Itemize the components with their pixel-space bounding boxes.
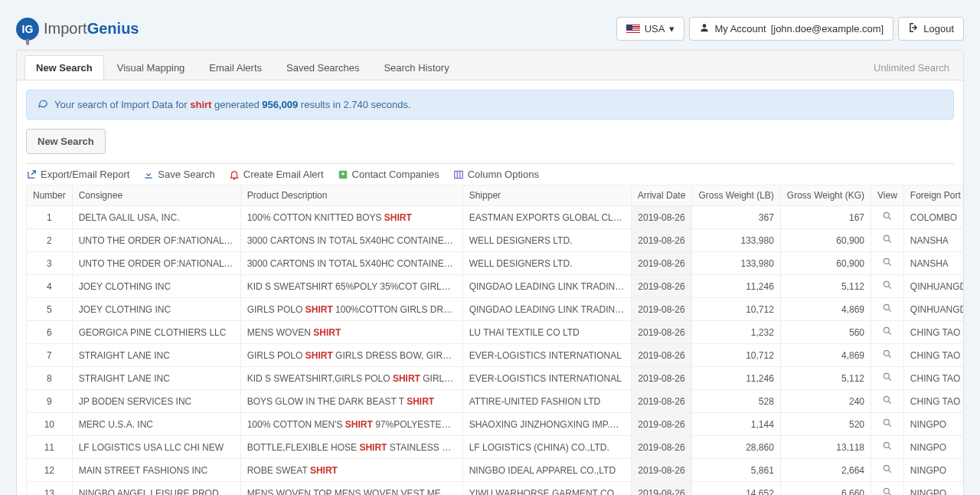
cell-arrival: 2019-08-26 xyxy=(631,229,692,252)
cell-port: CHING TAO xyxy=(903,344,964,367)
col-arrival[interactable]: Arrival Date xyxy=(631,185,692,206)
cell-gw-lb: 367 xyxy=(692,206,780,229)
chat-icon xyxy=(38,98,48,111)
cell-view[interactable] xyxy=(871,413,904,436)
cell-gw-lb: 528 xyxy=(692,390,780,413)
col-port[interactable]: Foreign Port xyxy=(903,185,964,206)
table-row[interactable]: 8STRAIGHT LANE INCKID S SWEATSHIRT,GIRLS… xyxy=(27,367,965,390)
cell-view[interactable] xyxy=(871,206,904,229)
magnifier-icon[interactable] xyxy=(882,211,893,224)
col-view[interactable]: View xyxy=(871,185,904,206)
col-product[interactable]: Product Description xyxy=(240,185,462,206)
export-email-report[interactable]: Export/Email Report xyxy=(26,169,129,180)
chevron-down-icon: ▾ xyxy=(669,23,675,34)
logout-button[interactable]: Logout xyxy=(898,17,964,41)
magnifier-icon[interactable] xyxy=(882,234,893,247)
cell-number: 1 xyxy=(27,206,73,229)
table-row[interactable]: 7STRAIGHT LANE INCGIRLS POLO SHIRT GIRLS… xyxy=(27,344,965,367)
create-email-alert[interactable]: Create Email Alert xyxy=(229,169,324,180)
table-row[interactable]: 13NINGBO ANGEL LEISURE PRODUCTS CO.,LMEN… xyxy=(27,482,965,496)
cell-arrival: 2019-08-26 xyxy=(631,344,692,367)
country-dropdown[interactable]: USA ▾ xyxy=(616,17,685,41)
svg-point-7 xyxy=(884,304,889,310)
table-row[interactable]: 4JOEY CLOTHING INCKID S SWEATSHIRT 65%PO… xyxy=(27,275,965,298)
svg-point-12 xyxy=(884,419,889,425)
cell-view[interactable] xyxy=(871,275,904,298)
save-search[interactable]: Save Search xyxy=(143,169,214,180)
magnifier-icon[interactable] xyxy=(882,487,893,495)
cell-shipper: WELL DESIGNERS LTD. xyxy=(462,252,631,275)
cell-view[interactable] xyxy=(871,436,904,459)
topbar: IG ImportGenius USA ▾ My Account [john.d… xyxy=(16,8,964,50)
my-account-button[interactable]: My Account [john.doe@example.com] xyxy=(689,17,893,41)
table-row[interactable]: 11LF LOGISTICS USA LLC CHI NEWBOTTLE,FLE… xyxy=(27,436,965,459)
cell-view[interactable] xyxy=(871,390,904,413)
cell-arrival: 2019-08-26 xyxy=(631,298,692,321)
cell-view[interactable] xyxy=(871,252,904,275)
tab-search-history[interactable]: Search History xyxy=(372,55,460,80)
magnifier-icon[interactable] xyxy=(882,303,893,316)
table-row[interactable]: 2UNTO THE ORDER OF:NATIONAL CREDIT3000 C… xyxy=(27,229,965,252)
column-options[interactable]: Column Options xyxy=(453,169,539,180)
cell-view[interactable] xyxy=(871,321,904,344)
cell-number: 3 xyxy=(27,252,73,275)
table-row[interactable]: 12MAIN STREET FASHIONS INCROBE SWEAT SHI… xyxy=(27,459,965,482)
tab-email-alerts[interactable]: Email Alerts xyxy=(198,55,273,80)
cell-view[interactable] xyxy=(871,482,904,496)
cell-port: NINGPO xyxy=(903,436,964,459)
cell-gw-kg: 13,118 xyxy=(780,436,871,459)
tab-visual-mapping[interactable]: Visual Mapping xyxy=(106,55,197,80)
cell-gw-kg: 6,660 xyxy=(780,482,871,496)
cell-product: KID S SWEATSHIRT 65%POLY 35%COT GIRLS PO… xyxy=(240,275,462,298)
logo[interactable]: IG ImportGenius xyxy=(16,18,139,41)
cell-number: 7 xyxy=(27,344,73,367)
cell-view[interactable] xyxy=(871,344,904,367)
magnifier-icon[interactable] xyxy=(882,418,893,431)
user-icon xyxy=(699,22,710,35)
contact-label: Contact Companies xyxy=(352,169,439,180)
bell-icon xyxy=(229,169,240,180)
col-gw-lb[interactable]: Gross Weight (LB) xyxy=(692,185,780,206)
cell-consignee: NINGBO ANGEL LEISURE PRODUCTS CO.,L xyxy=(72,482,240,496)
export-icon xyxy=(26,169,37,180)
col-consignee[interactable]: Consignee xyxy=(72,185,240,206)
magnifier-icon[interactable] xyxy=(882,464,893,477)
magnifier-icon[interactable] xyxy=(882,441,893,454)
cell-view[interactable] xyxy=(871,459,904,482)
table-row[interactable]: 9JP BODEN SERVICES INCBOYS GLOW IN THE D… xyxy=(27,390,965,413)
account-label: My Account xyxy=(714,23,766,34)
cell-view[interactable] xyxy=(871,229,904,252)
cell-product: BOTTLE,FLEXIBLE HOSE SHIRT STAINLESS STE… xyxy=(240,436,462,459)
tabbar: New Search Visual Mapping Email Alerts S… xyxy=(17,51,963,80)
cell-view[interactable] xyxy=(871,367,904,390)
cell-gw-lb: 1,232 xyxy=(692,321,780,344)
cell-gw-kg: 5,112 xyxy=(780,367,871,390)
search-info-banner: Your search of Import Data for shirt gen… xyxy=(26,90,954,120)
table-row[interactable]: 6GEORGICA PINE CLOTHIERS LLCMENS WOVEN S… xyxy=(27,321,965,344)
magnifier-icon[interactable] xyxy=(882,395,893,408)
alert-label: Create Email Alert xyxy=(243,169,324,180)
col-shipper[interactable]: Shipper xyxy=(462,185,631,206)
tab-new-search[interactable]: New Search xyxy=(24,55,104,80)
cell-gw-kg: 560 xyxy=(780,321,871,344)
magnifier-icon[interactable] xyxy=(882,326,893,339)
table-row[interactable]: 3UNTO THE ORDER OF:NATIONAL CREDIT3000 C… xyxy=(27,252,965,275)
cell-view[interactable] xyxy=(871,298,904,321)
table-row[interactable]: 5JOEY CLOTHING INCGIRLS POLO SHIRT 100%C… xyxy=(27,298,965,321)
table-row[interactable]: 10MERC U.S.A. INC100% COTTON MEN'S SHIRT… xyxy=(27,413,965,436)
tab-saved-searches[interactable]: Saved Searches xyxy=(275,55,371,80)
cell-shipper: NINGBO IDEAL APPAREL CO.,LTD xyxy=(462,459,631,482)
magnifier-icon[interactable] xyxy=(882,280,893,293)
svg-rect-2 xyxy=(454,171,462,178)
contact-companies[interactable]: Contact Companies xyxy=(338,169,439,180)
new-search-button[interactable]: New Search xyxy=(26,129,106,154)
col-number[interactable]: Number xyxy=(27,185,73,206)
magnifier-icon[interactable] xyxy=(882,372,893,385)
table-row[interactable]: 1DELTA GALIL USA, INC.100% COTTON KNITTE… xyxy=(27,206,965,229)
columns-label: Column Options xyxy=(468,169,539,180)
col-gw-kg[interactable]: Gross Weight (KG) xyxy=(780,185,871,206)
cell-number: 2 xyxy=(27,229,73,252)
magnifier-icon[interactable] xyxy=(882,349,893,362)
magnifier-icon[interactable] xyxy=(882,257,893,270)
logout-icon xyxy=(908,22,919,35)
